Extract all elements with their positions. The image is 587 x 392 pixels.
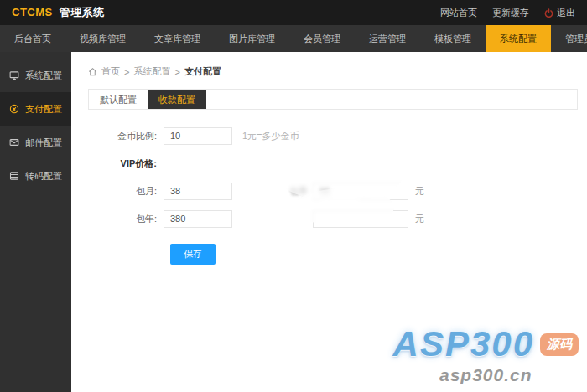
monitor-icon xyxy=(9,70,19,80)
logo-brand-text: CTCMS xyxy=(12,6,53,18)
power-icon xyxy=(544,8,553,18)
save-button[interactable]: 保存 xyxy=(170,244,216,265)
nav-item-members[interactable]: 会员管理 xyxy=(289,25,355,52)
yuan-suffix: 元 xyxy=(415,185,424,198)
nav-item-system-config[interactable]: 系统配置 xyxy=(486,25,551,52)
tab-default-config[interactable]: 默认配置 xyxy=(89,90,148,109)
coin-icon xyxy=(9,104,19,114)
config-tabs: 默认配置 收款配置 xyxy=(88,89,578,110)
main-nav: 后台首页 视频库管理 文章库管理 图片库管理 会员管理 运营管理 模板管理 系统… xyxy=(0,25,587,52)
monthly-label: 包月: xyxy=(88,185,164,198)
vip-price-heading-row: VIP价格: xyxy=(88,154,579,173)
mail-icon xyxy=(9,137,19,147)
content-panel: 首页 > 系统配置 > 支付配置 默认配置 收款配置 金币比例: 1元=多少金币… xyxy=(71,52,587,392)
refresh-cache-link[interactable]: 更新缓存 xyxy=(492,7,529,19)
yearly-label: 包年: xyxy=(88,213,164,225)
monthly-quarterly-row: 包月: 包季 元 xyxy=(88,182,579,200)
payment-config-form: 金币比例: 1元=多少金币 VIP价格: 包月: 包季 元 包年: xyxy=(88,126,579,265)
nav-item-image-library[interactable]: 图片库管理 xyxy=(215,25,289,52)
vip-price-title: VIP价格: xyxy=(88,157,164,170)
sidebar-item-transcode-config[interactable]: 转码配置 xyxy=(0,159,71,193)
nav-item-video-library[interactable]: 视频库管理 xyxy=(65,25,140,52)
coin-ratio-row: 金币比例: 1元=多少金币 xyxy=(88,126,579,145)
logout-button[interactable]: 退出 xyxy=(544,7,575,19)
monthly-price-input[interactable] xyxy=(164,183,232,200)
nav-item-article-library[interactable]: 文章库管理 xyxy=(140,25,215,52)
tab-payment-collection-config[interactable]: 收款配置 xyxy=(148,90,206,109)
sidebar-item-label: 支付配置 xyxy=(25,103,62,116)
logo-suffix-text: 管理系统 xyxy=(60,6,105,18)
yuan-suffix: 元 xyxy=(415,213,424,225)
main-area: 系统配置 支付配置 邮件配置 转码配置 首页 > xyxy=(0,52,587,392)
sidebar-item-mail-config[interactable]: 邮件配置 xyxy=(0,126,71,159)
topbar-links: 网站首页 更新缓存 退出 xyxy=(440,7,575,19)
coin-ratio-hint: 1元=多少金币 xyxy=(242,130,299,142)
breadcrumb-current-page: 支付配置 xyxy=(184,65,221,78)
sidebar-item-system-config[interactable]: 系统配置 xyxy=(0,59,71,92)
nav-item-operations[interactable]: 运营管理 xyxy=(355,25,420,52)
breadcrumb-system-config[interactable]: 系统配置 xyxy=(133,65,170,78)
coin-ratio-label: 金币比例: xyxy=(88,130,164,142)
topbar: CTCMS管理系统 网站首页 更新缓存 退出 xyxy=(0,0,587,25)
yearly-row: 包年: 元 xyxy=(88,209,579,228)
sidebar-item-payment-config[interactable]: 支付配置 xyxy=(0,92,71,126)
sidebar-item-label: 转码配置 xyxy=(25,170,62,183)
transcode-icon xyxy=(9,171,19,181)
breadcrumb-separator: > xyxy=(174,67,179,77)
logout-label: 退出 xyxy=(557,7,575,19)
app-logo: CTCMS管理系统 xyxy=(12,5,105,20)
nav-item-templates[interactable]: 模板管理 xyxy=(420,25,486,52)
sidebar-item-label: 邮件配置 xyxy=(25,137,62,149)
nav-item-admins[interactable]: 管理员管理 xyxy=(551,25,587,52)
sidebar: 系统配置 支付配置 邮件配置 转码配置 xyxy=(0,52,71,392)
second-right-price-input[interactable] xyxy=(313,210,408,228)
home-icon xyxy=(88,67,97,76)
breadcrumb-home[interactable]: 首页 xyxy=(101,65,120,78)
second-right-group: 元 xyxy=(283,210,424,228)
sidebar-item-label: 系统配置 xyxy=(25,70,62,82)
breadcrumb: 首页 > 系统配置 > 支付配置 xyxy=(88,65,579,78)
coin-ratio-input[interactable] xyxy=(164,127,232,145)
breadcrumb-separator: > xyxy=(124,67,129,77)
site-home-link[interactable]: 网站首页 xyxy=(440,7,477,19)
quarterly-label: 包季 xyxy=(283,185,313,198)
quarterly-group: 包季 元 xyxy=(283,183,424,200)
yearly-price-input[interactable] xyxy=(164,210,232,228)
quarterly-price-input[interactable] xyxy=(313,183,408,200)
nav-item-dashboard[interactable]: 后台首页 xyxy=(0,25,65,52)
